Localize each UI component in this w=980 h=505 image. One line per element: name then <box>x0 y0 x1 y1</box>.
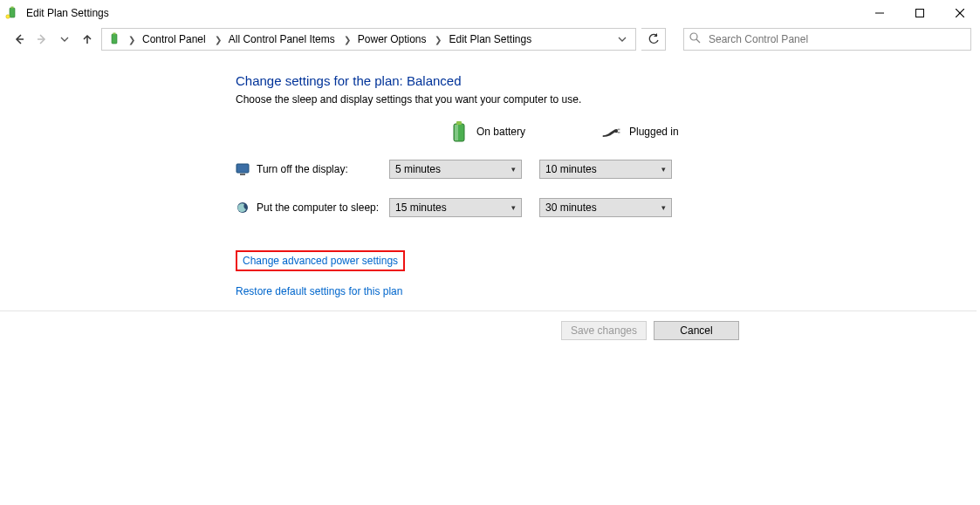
row-display-label: Turn off the display: <box>257 163 389 175</box>
svg-point-2 <box>6 15 10 18</box>
svg-rect-1 <box>11 7 14 9</box>
page-subtext: Choose the sleep and display settings th… <box>236 93 980 106</box>
forward-button[interactable] <box>33 31 51 48</box>
row-turn-off-display: Turn off the display: 5 minutes ▾ 10 min… <box>236 158 980 181</box>
chevron-down-icon: ▾ <box>511 165 516 174</box>
sleep-plugged-dropdown[interactable]: 30 minutes ▾ <box>539 198 672 217</box>
power-options-icon <box>107 32 121 46</box>
dropdown-value: 10 minutes <box>545 163 597 175</box>
chevron-right-icon[interactable]: ❯ <box>433 35 443 44</box>
sleep-icon <box>236 201 250 215</box>
breadcrumb-control-panel[interactable]: Control Panel <box>139 30 211 49</box>
column-headers: On battery Plugged in <box>389 121 980 142</box>
page-heading: Change settings for the plan: Balanced <box>236 73 980 88</box>
navigation-row: ❯ Control Panel ❯ All Control Panel Item… <box>0 26 980 52</box>
save-button: Save changes <box>561 321 647 340</box>
advanced-settings-link-highlight: Change advanced power settings <box>236 250 405 271</box>
svg-rect-18 <box>618 132 620 133</box>
display-icon <box>236 162 250 176</box>
svg-rect-19 <box>236 164 249 173</box>
search-icon <box>689 32 702 46</box>
breadcrumb-all-items[interactable]: All Control Panel Items <box>225 30 340 49</box>
back-button[interactable] <box>10 31 28 48</box>
plug-icon <box>601 121 622 142</box>
display-battery-dropdown[interactable]: 5 minutes ▾ <box>389 160 522 179</box>
svg-rect-11 <box>113 33 116 35</box>
chevron-down-icon: ▾ <box>511 203 516 212</box>
svg-point-12 <box>690 33 697 40</box>
svg-rect-0 <box>10 8 15 17</box>
window-title: Edit Plan Settings <box>26 7 109 19</box>
recent-locations-button[interactable] <box>56 31 73 48</box>
advanced-settings-link[interactable]: Change advanced power settings <box>243 255 398 267</box>
breadcrumb-edit-plan[interactable]: Edit Plan Settings <box>445 30 537 49</box>
svg-rect-10 <box>112 34 117 44</box>
column-battery: On battery <box>449 121 584 142</box>
address-history-dropdown[interactable] <box>613 35 632 44</box>
breadcrumb-power-options[interactable]: Power Options <box>354 30 432 49</box>
row-sleep: Put the computer to sleep: 15 minutes ▾ … <box>236 196 980 219</box>
svg-line-13 <box>696 39 700 43</box>
chevron-right-icon[interactable]: ❯ <box>127 35 137 44</box>
sleep-battery-dropdown[interactable]: 15 minutes ▾ <box>389 198 522 217</box>
row-sleep-label: Put the computer to sleep: <box>257 201 389 214</box>
search-box[interactable] <box>683 28 971 51</box>
svg-rect-17 <box>618 129 620 131</box>
footer: Save changes Cancel <box>0 311 977 349</box>
address-bar[interactable]: ❯ Control Panel ❯ All Control Panel Item… <box>101 28 636 51</box>
chevron-right-icon[interactable]: ❯ <box>213 35 223 44</box>
chevron-right-icon[interactable]: ❯ <box>342 35 353 44</box>
restore-defaults-link[interactable]: Restore default settings for this plan <box>236 285 980 297</box>
dropdown-value: 15 minutes <box>395 201 447 214</box>
titlebar: Edit Plan Settings <box>0 0 980 26</box>
svg-rect-15 <box>456 121 462 125</box>
search-input[interactable] <box>707 32 965 46</box>
column-battery-label: On battery <box>476 126 525 138</box>
dropdown-value: 5 minutes <box>395 163 441 175</box>
maximize-button[interactable] <box>900 0 940 26</box>
display-plugged-dropdown[interactable]: 10 minutes ▾ <box>539 160 672 179</box>
svg-rect-16 <box>455 125 458 140</box>
power-options-icon <box>5 6 19 20</box>
column-plugged-label: Plugged in <box>629 126 679 138</box>
up-button[interactable] <box>79 31 96 48</box>
chevron-down-icon: ▾ <box>661 165 666 174</box>
svg-rect-4 <box>916 10 924 17</box>
dropdown-value: 30 minutes <box>545 201 597 214</box>
svg-rect-20 <box>240 174 245 175</box>
minimize-button[interactable] <box>860 0 900 26</box>
cancel-button[interactable]: Cancel <box>654 321 739 340</box>
column-plugged: Plugged in <box>601 121 737 142</box>
main-content: Change settings for the plan: Balanced C… <box>0 52 980 297</box>
refresh-button[interactable] <box>641 28 666 51</box>
chevron-down-icon: ▾ <box>661 203 666 212</box>
close-button[interactable] <box>940 0 980 26</box>
battery-icon <box>449 121 469 142</box>
